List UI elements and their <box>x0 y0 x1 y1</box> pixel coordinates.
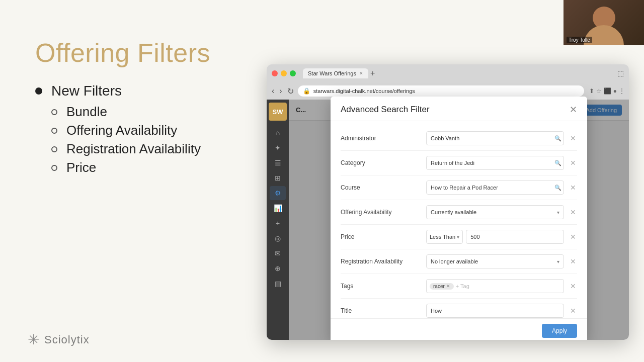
clear-title[interactable]: ✕ <box>569 306 577 316</box>
sub-bullet-circle <box>51 165 57 171</box>
tag-chip-text: racer <box>433 284 445 289</box>
filter-value-administrator: Cobb Vanth <box>431 135 552 141</box>
sub-bullet-reg-text: Registration Availability <box>66 141 201 157</box>
price-qualifier[interactable]: Less Than ▾ <box>426 230 463 244</box>
sub-bullet-circle <box>51 109 57 115</box>
sidebar-icon-circle[interactable]: ◎ <box>270 231 286 245</box>
filter-input-category[interactable]: Return of the Jedi 🔍 <box>426 156 564 170</box>
main-bullet-text: New Filters <box>51 83 122 99</box>
filter-select-reg-avail-value: No longer available <box>431 258 478 264</box>
traffic-light-red[interactable] <box>272 70 278 76</box>
filter-input-course[interactable]: How to Repair a Pod Racer 🔍 <box>426 180 564 195</box>
chevron-down-reg-icon: ▾ <box>557 259 559 264</box>
sidebar-icon-gear2[interactable]: ⊕ <box>270 261 286 276</box>
filter-row-category: Category Return of the Jedi 🔍 ✕ <box>341 151 577 175</box>
filter-label-course: Course <box>341 184 421 191</box>
filter-input-title[interactable]: How <box>426 304 564 318</box>
tags-input[interactable]: racer ✕ + Tag <box>426 279 564 293</box>
filter-input-administrator[interactable]: Cobb Vanth 🔍 <box>426 131 564 145</box>
sub-bullet-price: Price <box>51 160 201 175</box>
sidebar: SW ⌂ ✦ ☰ ⊞ ⚙ 📊 + ◎ ✉ ⊕ ▤ <box>267 100 289 340</box>
forward-button[interactable]: › <box>278 85 283 97</box>
browser-tab-area: Star Wars Offerings ✕ + <box>303 68 614 78</box>
sub-bullet-circle <box>51 146 57 152</box>
filter-row-administrator: Administrator Cobb Vanth 🔍 ✕ <box>341 126 577 151</box>
clear-course[interactable]: ✕ <box>569 183 577 193</box>
filter-row-reg-avail: Registration Availability No longer avai… <box>341 249 577 274</box>
browser-tab[interactable]: Star Wars Offerings ✕ <box>303 68 368 78</box>
sciolytix-icon: ✳ <box>28 331 39 348</box>
sidebar-icon-grid[interactable]: ⊞ <box>270 171 286 185</box>
main-area: C... + Add Offering Advanced Search Filt… <box>289 100 629 340</box>
refresh-button[interactable]: ↻ <box>286 85 295 97</box>
tag-chip-racer: racer ✕ <box>430 283 454 290</box>
url-bar[interactable]: 🔒 starwars.digital-chalk.net/course/offe… <box>298 85 584 97</box>
sidebar-logo: SW <box>269 103 287 121</box>
tag-chip-close[interactable]: ✕ <box>446 284 450 289</box>
sub-bullet-circle <box>51 128 57 134</box>
sub-bullet-bundle: Bundle <box>51 104 201 120</box>
sidebar-icon-list[interactable]: ☰ <box>270 156 286 170</box>
browser-tab-title: Star Wars Offerings <box>308 70 356 76</box>
modal-title: Advanced Search Filter <box>341 105 430 115</box>
extensions-icon[interactable]: ⬛ <box>604 87 611 95</box>
sidebar-icon-bar[interactable]: ▤ <box>270 277 286 291</box>
clear-category[interactable]: ✕ <box>569 158 577 168</box>
sciolytix-logo: ✳ Sciolytix <box>28 331 90 348</box>
clear-administrator[interactable]: ✕ <box>569 133 577 143</box>
modal-close-button[interactable]: ✕ <box>570 105 577 114</box>
app-content: SW ⌂ ✦ ☰ ⊞ ⚙ 📊 + ◎ ✉ ⊕ ▤ C... + Add Offe… <box>267 100 629 340</box>
share-icon[interactable]: ⬆ <box>589 87 594 95</box>
lock-icon: 🔒 <box>303 87 310 95</box>
modal-overlay: Advanced Search Filter ✕ Administrator C… <box>289 100 629 340</box>
traffic-light-green[interactable] <box>290 70 296 76</box>
filter-label-price: Price <box>341 233 421 240</box>
sidebar-icon-chart[interactable]: 📊 <box>270 201 286 215</box>
profile-icon[interactable]: ● <box>613 87 617 95</box>
sub-bullet-reg-avail: Registration Availability <box>51 141 201 157</box>
filter-select-offering-avail[interactable]: Currently available ▾ <box>426 205 564 219</box>
sidebar-icon-plus[interactable]: + <box>270 216 286 230</box>
browser-titlebar: Star Wars Offerings ✕ + ⬚ <box>267 64 629 82</box>
clear-reg-avail[interactable]: ✕ <box>569 256 577 266</box>
filter-label-title: Title <box>341 307 421 314</box>
video-thumbnail: Troy Tolle <box>564 0 644 45</box>
sidebar-icon-home[interactable]: ⌂ <box>270 126 286 140</box>
search-icon-administrator: 🔍 <box>554 135 561 142</box>
price-row: Less Than ▾ 500 <box>426 230 564 244</box>
sciolytix-logo-text: Sciolytix <box>44 333 90 346</box>
browser-window: Star Wars Offerings ✕ + ⬚ ‹ › ↻ 🔒 starwa… <box>267 64 629 340</box>
filter-label-reg-avail: Registration Availability <box>341 258 421 265</box>
price-value-input[interactable]: 500 <box>466 230 564 244</box>
maximize-icon[interactable]: ⬚ <box>617 69 624 77</box>
back-button[interactable]: ‹ <box>271 85 275 97</box>
sidebar-icon-msg[interactable]: ✉ <box>270 246 286 260</box>
tab-close-icon[interactable]: ✕ <box>359 71 363 76</box>
main-bullet: New Filters <box>35 83 201 99</box>
browser-action-icons: ⬆ ☆ ⬛ ● ⋮ <box>589 87 625 95</box>
menu-icon[interactable]: ⋮ <box>619 87 625 95</box>
tag-placeholder[interactable]: + Tag <box>456 283 469 289</box>
apply-button[interactable]: Apply <box>542 324 577 338</box>
new-tab-icon[interactable]: + <box>370 69 375 78</box>
bookmark-icon[interactable]: ☆ <box>596 87 602 95</box>
clear-tags[interactable]: ✕ <box>569 281 577 291</box>
filter-label-tags: Tags <box>341 283 421 290</box>
sidebar-icon-settings[interactable]: ⚙ <box>270 186 286 200</box>
filter-label-category: Category <box>341 159 421 166</box>
price-chevron-icon: ▾ <box>457 234 459 240</box>
clear-offering-avail[interactable]: ✕ <box>569 207 577 217</box>
clear-price[interactable]: ✕ <box>569 232 577 242</box>
sub-bullet-offering-avail: Offering Availability <box>51 123 201 138</box>
modal-header: Advanced Search Filter ✕ <box>331 97 587 121</box>
sub-bullet-bundle-text: Bundle <box>66 104 107 120</box>
slide-title: Offering Filters <box>35 38 210 68</box>
filter-value-category: Return of the Jedi <box>431 160 552 166</box>
modal-body: Administrator Cobb Vanth 🔍 ✕ Category <box>331 121 587 340</box>
traffic-light-yellow[interactable] <box>281 70 287 76</box>
filter-select-reg-avail[interactable]: No longer available ▾ <box>426 254 564 268</box>
filter-label-offering-avail: Offering Availability <box>341 209 421 216</box>
sidebar-icon-tools[interactable]: ✦ <box>270 141 286 155</box>
filter-value-title: How <box>431 308 442 314</box>
chevron-down-icon: ▾ <box>557 210 559 215</box>
